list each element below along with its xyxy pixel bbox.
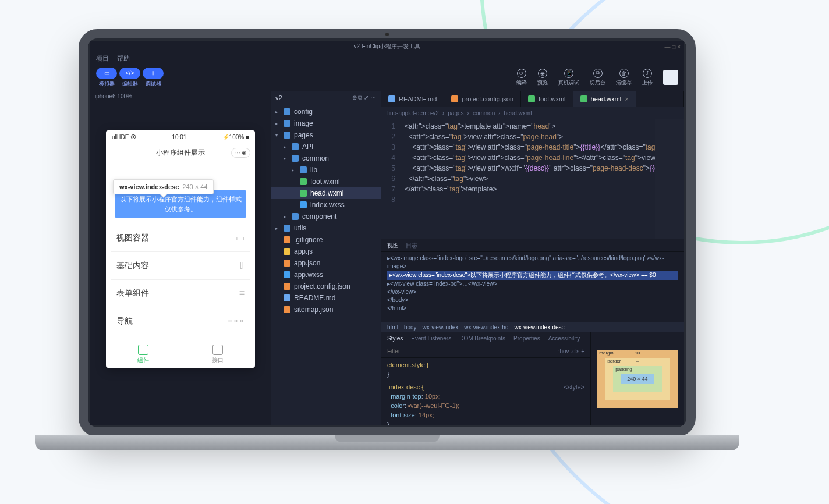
breadcrumb: fino-applet-demo-v2›pages›common›head.wx… (381, 107, 684, 119)
toolbar: ▭模拟器 </>编辑器 ⫴调试器 ⟳编译 ◉预览 📱真机调试 ⧉切后台 🗑清缓存… (90, 64, 684, 91)
editor-tab[interactable]: project.config.json (444, 91, 521, 107)
filter-input[interactable] (387, 348, 558, 354)
css-rules[interactable]: element.style {}.index-desc {<style> mar… (381, 358, 590, 425)
simulator-device-label: iphone6 100% (90, 91, 271, 101)
tree-item[interactable]: ▸lib (271, 164, 381, 176)
pill-editor[interactable]: </>编辑器 (119, 68, 140, 88)
tree-item[interactable]: ▾pages (271, 129, 381, 141)
tree-item[interactable]: ▸utils (271, 222, 381, 234)
editor-tabs: README.mdproject.config.jsonfoot.wxmlhea… (381, 91, 684, 107)
laptop-frame: v2-FinClip小程序开发工具 — □ × 项目 帮助 ▭模拟器 </>编辑… (35, 29, 739, 483)
tool-compile[interactable]: ⟳编译 (516, 69, 527, 87)
card-item[interactable]: 视图容器▭ (111, 224, 250, 252)
window-title: v2-FinClip小程序开发工具 (353, 42, 420, 51)
tab-api[interactable]: 接口 (180, 340, 255, 368)
camera-dot (385, 33, 389, 36)
inspect-tooltip: wx-view.index-desc240 × 44 (113, 179, 214, 194)
menu-bar: 项目 帮助 (90, 52, 684, 64)
pill-simulator[interactable]: ▭模拟器 (96, 68, 117, 88)
editor-tab[interactable]: README.md (381, 91, 444, 107)
tool-clear[interactable]: 🗑清缓存 (616, 69, 632, 87)
box-model: margin10 border– padding– 240 × 44 (591, 332, 684, 425)
card-item[interactable]: 表单组件≡ (111, 280, 250, 307)
tree-item[interactable]: project.config.json (271, 281, 381, 292)
menu-project[interactable]: 项目 (96, 54, 109, 63)
tree-item[interactable]: index.wxss (271, 199, 381, 211)
card-item[interactable]: 导航∘∘∘ (111, 307, 250, 335)
explorer-header: v2 ⊕ ⧉ ⤢ ⋯ (271, 91, 381, 105)
tool-switch[interactable]: ⧉切后台 (590, 69, 605, 87)
phone-nav-title: 小程序组件展示 ··· ⊗ (106, 143, 255, 162)
card-item[interactable]: 基础内容𝕋 (111, 252, 250, 280)
tool-remote[interactable]: 📱真机调试 (558, 69, 579, 87)
file-explorer: v2 ⊕ ⧉ ⤢ ⋯ ▸config▸image▾pages▸API▾commo… (271, 91, 381, 425)
window-controls[interactable]: — □ × (665, 44, 681, 50)
editor-area: README.mdproject.config.jsonfoot.wxmlhea… (381, 91, 684, 425)
tool-preview[interactable]: ◉预览 (537, 69, 548, 87)
tree-item[interactable]: ▸image (271, 118, 381, 129)
user-avatar[interactable] (663, 70, 678, 85)
tree-item[interactable]: README.md (271, 292, 381, 304)
tree-item[interactable]: ▾common (271, 152, 381, 164)
dom-tree[interactable]: ▸<wx-image class="index-logo" src="../re… (381, 252, 684, 322)
tree-item[interactable]: foot.wxml (271, 176, 381, 187)
menu-help[interactable]: 帮助 (117, 54, 130, 63)
phone-tabbar: 组件 接口 (106, 340, 255, 368)
explorer-actions[interactable]: ⊕ ⧉ ⤢ ⋯ (352, 94, 376, 101)
ide-window: v2-FinClip小程序开发工具 — □ × 项目 帮助 ▭模拟器 </>编辑… (90, 41, 684, 425)
window-titlebar: v2-FinClip小程序开发工具 — □ × (90, 41, 684, 52)
devtools-upper-tabs[interactable]: 视图 日志 (381, 239, 684, 252)
tree-item[interactable]: ▸API (271, 141, 381, 152)
phone-statusbar: ull IDE ⦿ 10:01 ⚡100% ■ (106, 130, 255, 143)
tree-item[interactable]: head.wxml (271, 187, 381, 199)
phone-preview[interactable]: ull IDE ⦿ 10:01 ⚡100% ■ 小程序组件展示 ··· ⊗ wx… (106, 130, 255, 368)
tree-item[interactable]: ▸config (271, 106, 381, 118)
tree-item[interactable]: ▸component (271, 211, 381, 222)
tab-component[interactable]: 组件 (106, 340, 180, 368)
dom-breadcrumb[interactable]: htmlbodywx-view.indexwx-view.index-hdwx-… (381, 322, 684, 332)
code-editor[interactable]: 12345678 <attr">class="tag">template att… (381, 119, 684, 239)
tool-upload[interactable]: ⤴上传 (642, 69, 653, 87)
tree-item[interactable]: .gitignore (271, 234, 381, 246)
tree-item[interactable]: app.js (271, 246, 381, 257)
tree-item[interactable]: app.wxss (271, 269, 381, 281)
simulator-panel: iphone6 100% ull IDE ⦿ 10:01 ⚡100% ■ 小程序… (90, 91, 271, 425)
styles-tabs[interactable]: StylesEvent ListenersDOM BreakpointsProp… (381, 332, 590, 345)
devtools-panel: 视图 日志 ▸<wx-image class="index-logo" src=… (381, 239, 684, 425)
capsule-button[interactable]: ··· ⊗ (231, 148, 250, 158)
editor-tab[interactable]: foot.wxml (521, 91, 573, 107)
styles-filter[interactable]: :hov .cls + (381, 345, 590, 358)
pill-debugger[interactable]: ⫴调试器 (143, 68, 164, 88)
tabs-overflow[interactable]: ⋯ (663, 91, 684, 107)
tree-item[interactable]: sitemap.json (271, 304, 381, 315)
editor-tab[interactable]: head.wxml× (573, 91, 636, 107)
minimap[interactable] (655, 119, 684, 239)
tree-item[interactable]: app.json (271, 257, 381, 269)
